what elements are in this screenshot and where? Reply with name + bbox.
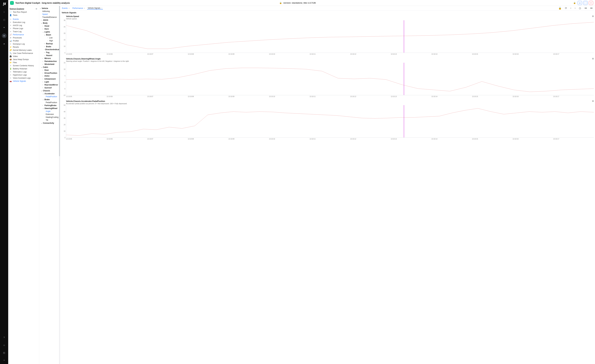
sidebar-item-voice-assistant-logs[interactable]: ≡Voice Assistant Logs [9, 76, 37, 80]
signal-node-horn[interactable]: ›Horn [40, 27, 58, 30]
chart-menu-icon[interactable]: ≡ [592, 100, 594, 102]
sidebar-item-video[interactable]: 🎥Video [9, 55, 37, 58]
signal-node-adas[interactable]: ›ADAS [40, 19, 58, 21]
signal-node-traveleddistance[interactable]: TraveledDistance [40, 16, 58, 19]
signal-node-vehicle[interactable]: ⌄Vehicle [40, 7, 58, 10]
signal-node-brake[interactable]: ⌄Brake [40, 98, 58, 101]
signal-node-lights[interactable]: ⌄Lights [40, 30, 58, 33]
signal-node-sunroof[interactable]: ›Sunroof [40, 86, 58, 89]
sidebar-item-processes[interactable]: ⚙Processes [9, 36, 37, 39]
signal-node-directionindicator[interactable]: ›DirectionIndicator [40, 48, 58, 51]
signal-node-angle[interactable]: Angle [40, 110, 58, 113]
chart-canvas[interactable] [66, 105, 594, 138]
signal-node-backup[interactable]: ›Backup [40, 42, 58, 45]
sidebar-title[interactable]: Testrun Explorer [9, 7, 37, 11]
signal-node-windshield[interactable]: ›Windshield [40, 63, 58, 66]
bug-icon[interactable]: ✺ [2, 34, 7, 38]
signal-node-chassis[interactable]: ⌄Chassis [40, 89, 58, 92]
sidebar-item-vehicle-signals[interactable]: 🚗Vehicle Signals [9, 80, 37, 83]
signal-node-driverposition[interactable]: ›DriverPosition [40, 72, 58, 75]
sidebar-item-trace-log[interactable]: ≡Trace Log [9, 30, 37, 33]
signal-node-hood[interactable]: ›Hood [40, 24, 58, 27]
tab-vehicle-signals[interactable]: Vehicle Signals× [87, 7, 103, 9]
signal-node-mirrors[interactable]: ›Mirrors [40, 57, 58, 60]
toolbar-refresh-icon[interactable]: ⟳ [565, 7, 567, 10]
signal-node-steeringwheel[interactable]: ⌄SteeringWheel [40, 107, 58, 110]
close-button[interactable]: × [589, 1, 593, 5]
rocket-icon[interactable]: ✦ [2, 26, 6, 29]
time-marker[interactable] [404, 105, 404, 137]
signal-node-beam[interactable]: ⌄Beam [40, 33, 58, 36]
time-marker[interactable] [404, 63, 404, 95]
toolbar-last-icon[interactable]: ⏭ [590, 7, 593, 10]
sidebar-item-files[interactable]: 📁Files [9, 61, 37, 64]
close-icon[interactable]: × [69, 7, 70, 9]
signal-node-light[interactable]: ›Light [40, 80, 58, 83]
signal-node-body[interactable]: ⌄Body [40, 21, 58, 24]
box-icon[interactable]: ▢ [2, 18, 6, 21]
sidebar-item-hypervisor-logs[interactable]: ≡Hypervisor Logs [9, 73, 37, 76]
sidebar-item-use-case-performance[interactable]: 🔍Use Case Performance [9, 52, 37, 55]
toolbar-prev-icon[interactable]: ‹ [570, 7, 571, 10]
close-icon[interactable]: × [84, 7, 85, 9]
sidebar-item-events[interactable]: ⚠Events [9, 18, 37, 21]
signal-node-cabin[interactable]: ⌄Cabin [40, 66, 58, 69]
sidebar-item-battery-historian[interactable]: 🔋Battery Historian [9, 67, 37, 70]
signal-node-hazard[interactable]: ›Hazard [40, 54, 58, 57]
chart-canvas[interactable] [66, 63, 594, 95]
expand-rail-icon[interactable]: » [4, 359, 5, 361]
sidebar-item-resets[interactable]: ⚡Resets [9, 46, 37, 49]
sidebar-item-telematics-logs[interactable]: ≡Telematics Logs [9, 70, 37, 73]
sidebar-item-tests[interactable]: 👤Tests [9, 14, 37, 17]
sidebar-item-test-run-report[interactable]: 📄Test Run Report [9, 11, 37, 14]
signal-node-tilt[interactable]: Tilt [40, 119, 58, 122]
signal-node-accelerator[interactable]: ⌄Accelerator [40, 92, 58, 95]
signal-node-door[interactable]: ›Door [40, 69, 58, 72]
signal-node-low[interactable]: ›Low [40, 36, 58, 39]
sidebar-item-aaos-log[interactable]: ≡AAOS Log [9, 24, 37, 27]
link-button[interactable]: ∞ [578, 1, 582, 5]
sidebar-item-phone-logs[interactable]: ≡Phone Logs [9, 27, 37, 30]
signal-scrollbar[interactable] [59, 6, 60, 364]
toolbar-clock-icon[interactable]: ◷ [579, 7, 581, 10]
toolbar-first-icon[interactable]: ⏮ [584, 7, 587, 10]
time-marker[interactable] [404, 20, 404, 53]
signal-node-high[interactable]: ›High [40, 39, 58, 42]
chart-menu-icon[interactable]: ≡ [592, 15, 594, 17]
sidebar-item-performance[interactable]: 📈Performance [9, 33, 37, 36]
signal-node-speed[interactable]: Speed [40, 13, 58, 16]
star-icon[interactable]: ☆ [2, 10, 6, 14]
signal-node-pedalposition[interactable]: PedalPosition [40, 101, 58, 104]
sidebar-item-kernel-memory-leaks[interactable]: 🔑Kernel Memory Leaks [9, 49, 37, 52]
signal-node-heatingcooling[interactable]: HeatingCooling [40, 116, 58, 119]
sidebar-item-dumpsys-log[interactable]: ≡Dumpsys Log [9, 42, 37, 46]
signal-node-fog[interactable]: ›Fog [40, 51, 58, 54]
key-icon[interactable]: ⚿ [2, 351, 6, 355]
toolbar-lock-icon[interactable]: 🔒 [559, 7, 561, 10]
sidebar-item-java-heap-dumps[interactable]: 📦Java Heap Dumps [9, 58, 37, 61]
help-icon[interactable]: ? [2, 336, 6, 339]
signal-node-hvac[interactable]: ›HVAC [40, 75, 58, 77]
signal-node-parkingbrake[interactable]: ›ParkingBrake [40, 104, 58, 107]
signal-node-extension[interactable]: Extension [40, 113, 58, 116]
smile-icon[interactable]: ☺ [2, 343, 6, 347]
close-icon[interactable]: × [101, 7, 102, 9]
chart-menu-icon[interactable]: ≡ [592, 58, 594, 60]
sidebar-item-execution-log[interactable]: ≡Execution Log [9, 21, 37, 24]
signal-node-rearviewmirror[interactable]: ›RearviewMirror [40, 83, 58, 86]
signal-node-infotainment[interactable]: ›Infotainment [40, 77, 58, 80]
signal-node-ismoving[interactable]: IsMoving [40, 10, 58, 13]
tab-performance[interactable]: Performance× [72, 7, 85, 9]
umbrella-icon[interactable]: ☂ [2, 42, 6, 46]
chart-canvas[interactable] [66, 20, 594, 53]
signal-node-pedalposition[interactable]: PedalPosition [40, 95, 58, 98]
signal-node-brake[interactable]: ›Brake [40, 45, 58, 48]
sidebar-item-profiler[interactable]: 📊Profiler [9, 39, 37, 42]
toolbar-next-icon[interactable]: › [575, 7, 575, 10]
signal-node-connectivity[interactable]: ⌄Connectivity [40, 122, 58, 124]
signal-node-raindetection[interactable]: ›Raindetection [40, 60, 58, 63]
lock2-icon[interactable]: 🔒 [573, 2, 576, 4]
fullscreen-button[interactable]: ⛶ [583, 1, 588, 5]
tab-events[interactable]: Events× [61, 7, 70, 9]
sidebar-item-screen-contents-history[interactable]: ↻Screen Contents History [9, 64, 37, 67]
